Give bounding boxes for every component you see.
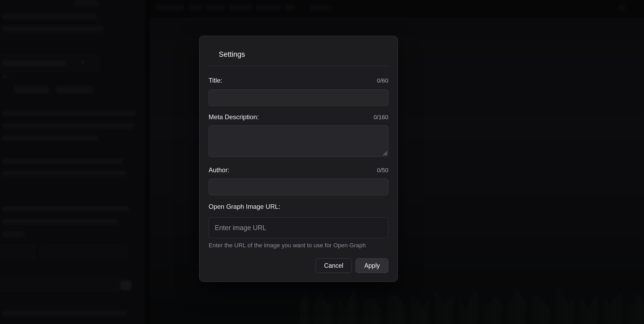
title-input[interactable] [209, 89, 388, 106]
char-counter: 0/60 [377, 77, 388, 85]
apply-button[interactable]: Apply [356, 258, 388, 273]
dialog-title: Settings [199, 36, 398, 59]
og-image-url-helper: Enter the URL of the image you want to u… [209, 241, 388, 249]
og-image-url-label: Open Graph Image URL: [209, 203, 280, 211]
og-image-url-input[interactable] [209, 217, 388, 238]
divider [209, 66, 388, 66]
title-label: Title: [209, 76, 222, 84]
char-counter: 0/160 [374, 113, 388, 121]
settings-dialog: Settings Title: 0/60 Meta Description: 0… [199, 36, 398, 282]
meta-description-label: Meta Description: [209, 113, 259, 121]
meta-description-textarea[interactable] [209, 125, 388, 157]
author-input[interactable] [209, 179, 388, 195]
cancel-button[interactable]: Cancel [316, 258, 352, 273]
author-label: Author: [209, 166, 229, 174]
char-counter: 0/50 [377, 166, 388, 174]
